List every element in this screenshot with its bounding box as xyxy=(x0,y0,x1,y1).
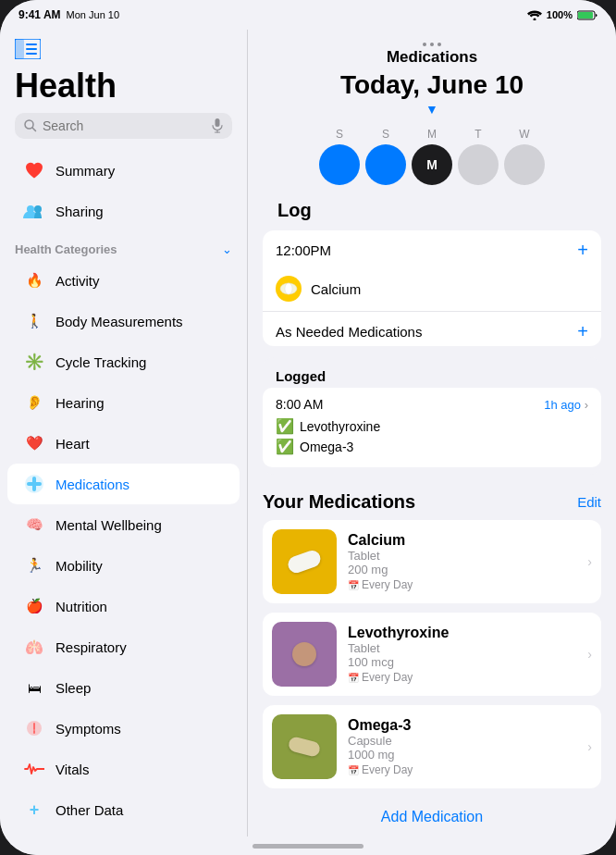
mental-wellbeing-label: Mental Wellbeing xyxy=(55,517,162,533)
week-row: S S M M T xyxy=(248,120,616,192)
more-dots[interactable] xyxy=(266,37,598,48)
sidebar-item-mental-wellbeing[interactable]: 🧠 Mental Wellbeing xyxy=(7,504,240,545)
day-col-m[interactable]: M M xyxy=(412,128,452,185)
svg-point-19 xyxy=(285,283,292,294)
log-time-row: 12:00PM + xyxy=(263,230,601,270)
sidebar-item-symptoms[interactable]: Symptoms xyxy=(7,708,240,749)
logged-omega-row: ✅ Omega-3 xyxy=(276,438,588,455)
logged-time-ago: 1h ago › xyxy=(544,398,588,412)
logged-levo-row: ✅ Levothyroxine xyxy=(276,417,588,435)
svg-rect-5 xyxy=(26,43,37,45)
heart-label: Heart xyxy=(55,436,90,452)
sidebar-item-nutrition[interactable]: 🍎 Nutrition xyxy=(7,586,240,626)
sidebar-item-mobility[interactable]: 🏃 Mobility xyxy=(7,545,240,586)
omega3-info: Omega-3 Capsule 1000 mg 📅 Every Day xyxy=(348,717,576,776)
your-medications-header: Your Medications Edit xyxy=(248,486,616,520)
body-measurements-label: Body Measurements xyxy=(55,314,183,329)
as-needed-row: As Needed Medications + xyxy=(263,311,601,346)
sidebar-item-vitals[interactable]: Vitals xyxy=(7,749,240,789)
svg-rect-2 xyxy=(578,12,593,19)
edit-button[interactable]: Edit xyxy=(577,494,601,510)
omega3-image xyxy=(272,714,337,779)
sidebar-item-summary[interactable]: Summary xyxy=(7,150,240,191)
logged-time: 8:00 AM xyxy=(276,397,323,412)
sidebar-item-medications[interactable]: Medications xyxy=(7,464,240,504)
sidebar-item-body-measurements[interactable]: 🚶 Body Measurements xyxy=(7,301,240,341)
levothyroxine-dose: 100 mcg xyxy=(348,655,576,669)
calcium-pill-icon xyxy=(276,276,302,302)
log-add-button[interactable]: + xyxy=(577,240,588,261)
svg-rect-3 xyxy=(15,39,24,59)
svg-rect-6 xyxy=(26,48,37,50)
omega3-dose: 1000 mg xyxy=(348,748,576,762)
add-medication-button[interactable]: Add Medication xyxy=(248,798,616,836)
sidebar-toggle-icon[interactable] xyxy=(15,39,41,59)
calcium-chevron: › xyxy=(587,554,592,569)
health-categories-title: Health Categories xyxy=(15,242,117,256)
sidebar-item-cycle-tracking[interactable]: ✳️ Cycle Tracking xyxy=(7,341,240,382)
sidebar-item-respiratory[interactable]: 🫁 Respiratory xyxy=(7,626,240,667)
hearing-label: Hearing xyxy=(55,395,105,411)
omega3-chevron: › xyxy=(587,739,592,754)
day-col-w[interactable]: W xyxy=(504,128,545,185)
day-col-s2[interactable]: S xyxy=(365,128,406,185)
day-circle-t1[interactable] xyxy=(458,144,499,185)
log-title-container: Log xyxy=(248,196,616,230)
sidebar-item-activity[interactable]: 🔥 Activity xyxy=(7,260,240,301)
log-time: 12:00PM xyxy=(276,242,331,258)
app-title: Health xyxy=(0,63,247,113)
day-circle-m[interactable]: M xyxy=(412,144,452,185)
sidebar-item-other-data[interactable]: + Other Data xyxy=(7,789,240,830)
levothyroxine-med-name: Levothyroxine xyxy=(348,625,576,641)
activity-label: Activity xyxy=(55,273,100,289)
search-input[interactable] xyxy=(43,118,206,133)
date-arrow[interactable]: ▼ xyxy=(266,102,598,117)
log-card: 12:00PM + Calcium As Needed Medication xyxy=(263,230,601,346)
calcium-card[interactable]: Calcium Tablet 200 mg 📅 Every Day › xyxy=(263,520,601,603)
content-header: Medications Today, June 10 ▼ xyxy=(248,30,616,120)
status-date: Mon Jun 10 xyxy=(67,9,119,20)
home-bar xyxy=(253,844,363,849)
log-calcium-row[interactable]: Calcium xyxy=(263,270,601,311)
svg-rect-7 xyxy=(26,53,37,55)
wifi-icon xyxy=(527,10,542,20)
sidebar-item-heart[interactable]: ❤️ Heart xyxy=(7,423,240,464)
logged-section: Logged 8:00 AM 1h ago › ✅ Levothyroxine xyxy=(263,357,601,475)
svg-point-0 xyxy=(533,18,536,20)
day-circle-s1[interactable] xyxy=(319,144,360,185)
mobility-label: Mobility xyxy=(55,558,103,574)
day-circle-w[interactable] xyxy=(504,144,545,185)
mic-icon[interactable] xyxy=(212,118,223,133)
calcium-image xyxy=(272,529,337,594)
sidebar-header xyxy=(0,30,247,63)
device-frame: 9:41 AM Mon Jun 10 100% xyxy=(0,0,616,855)
sidebar-item-sharing[interactable]: Sharing xyxy=(7,191,240,231)
home-indicator xyxy=(0,836,616,855)
day-col-t1[interactable]: T xyxy=(458,128,499,185)
status-time: 9:41 AM xyxy=(18,8,61,21)
calcium-dose: 200 mg xyxy=(348,563,576,576)
your-medications-title: Your Medications xyxy=(263,491,415,513)
main-content: Medications Today, June 10 ▼ S S M xyxy=(248,30,616,836)
battery-level: 100% xyxy=(547,9,573,20)
omega-name: Omega-3 xyxy=(300,440,353,454)
nutrition-label: Nutrition xyxy=(55,599,107,614)
date-title: Today, June 10 xyxy=(266,70,598,100)
levothyroxine-image xyxy=(272,622,337,687)
day-circle-s2[interactable] xyxy=(365,144,406,185)
omega3-type: Capsule xyxy=(348,734,576,748)
health-categories-chevron[interactable]: ⌄ xyxy=(222,242,232,256)
levothyroxine-card[interactable]: Levothyroxine Tablet 100 mcg 📅 Every Day… xyxy=(263,613,601,696)
sidebar-item-hearing[interactable]: 👂 Hearing xyxy=(7,382,240,423)
omega3-card[interactable]: Omega-3 Capsule 1000 mg 📅 Every Day › xyxy=(263,705,601,788)
cycle-tracking-label: Cycle Tracking xyxy=(55,354,146,370)
search-bar[interactable] xyxy=(15,113,232,139)
levothyroxine-schedule: 📅 Every Day xyxy=(348,671,576,684)
omega3-med-name: Omega-3 xyxy=(348,717,576,734)
as-needed-add-button[interactable]: + xyxy=(577,321,588,342)
summary-label: Summary xyxy=(55,163,115,179)
day-col-s1[interactable]: S xyxy=(319,128,360,185)
logged-time-row: 8:00 AM 1h ago › xyxy=(276,397,588,412)
sidebar-item-sleep[interactable]: 🛏 Sleep xyxy=(7,667,240,708)
health-records-section: Health Records ⌄ xyxy=(0,830,247,836)
